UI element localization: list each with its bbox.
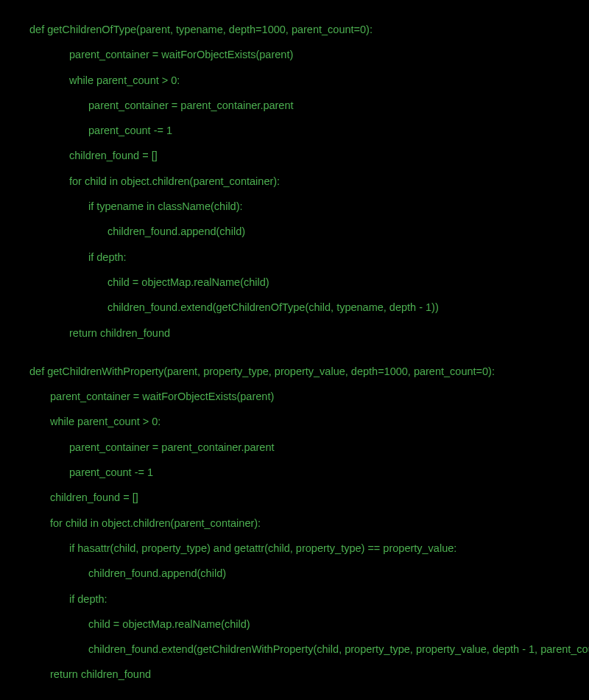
- code-line: children_found.extend(getChildrenWithPro…: [29, 642, 560, 657]
- code-line: if typename in className(child):: [29, 199, 560, 214]
- code-line: if depth:: [29, 250, 560, 265]
- code-line: parent_count -= 1: [29, 465, 560, 480]
- code-line: return children_found: [29, 326, 560, 340]
- code-line: def getChildrenOfType(parent, typename, …: [29, 22, 560, 37]
- code-line: parent_count -= 1: [29, 123, 560, 138]
- code-line: child = objectMap.realName(child): [29, 617, 560, 631]
- code-line: return children_found: [29, 667, 560, 682]
- code-block: def getChildrenOfType(parent, typename, …: [29, 22, 560, 682]
- code-line: parent_container = parent_container.pare…: [29, 98, 560, 113]
- code-line: children_found.extend(getChildrenOfType(…: [29, 300, 560, 315]
- code-line: for child in object.children(parent_cont…: [29, 516, 560, 531]
- code-line: parent_container = parent_container.pare…: [29, 440, 560, 455]
- code-line: while parent_count > 0:: [29, 414, 560, 429]
- code-line: if depth:: [29, 592, 560, 606]
- code-line: children_found = []: [29, 490, 560, 505]
- code-line: parent_container = waitForObjectExists(p…: [29, 389, 560, 404]
- code-line: children_found.append(child): [29, 224, 560, 239]
- code-line: children_found.append(child): [29, 566, 560, 581]
- code-line: parent_container = waitForObjectExists(p…: [29, 47, 560, 62]
- code-line: children_found = []: [29, 148, 560, 163]
- code-line: for child in object.children(parent_cont…: [29, 174, 560, 189]
- code-line: while parent_count > 0:: [29, 73, 560, 88]
- block-separator: [29, 351, 560, 364]
- code-line: if hasattr(child, property_type) and get…: [29, 541, 560, 556]
- code-line: child = objectMap.realName(child): [29, 275, 560, 290]
- code-line: def getChildrenWithProperty(parent, prop…: [29, 364, 560, 379]
